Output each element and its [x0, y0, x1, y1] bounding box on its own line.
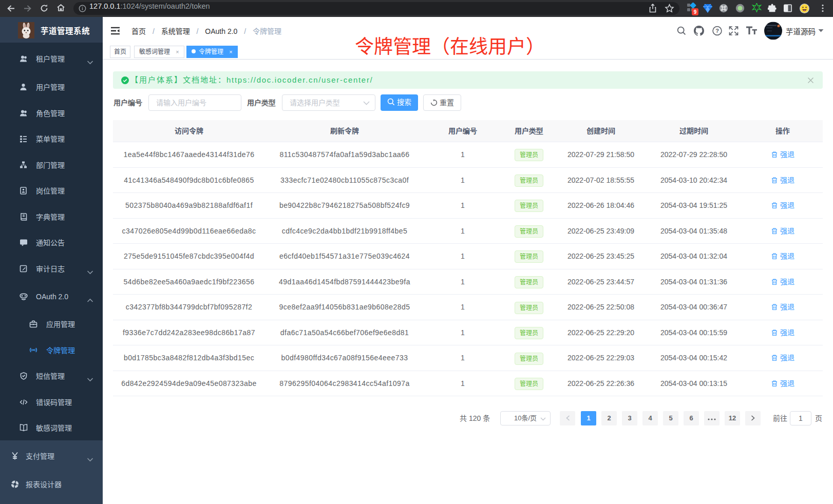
- svg-text:9: 9: [694, 9, 697, 15]
- svg-text:?: ?: [715, 28, 719, 34]
